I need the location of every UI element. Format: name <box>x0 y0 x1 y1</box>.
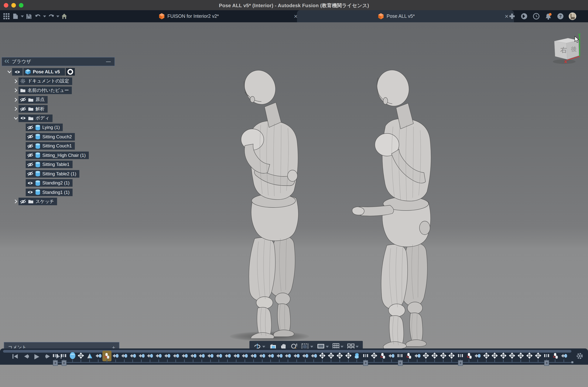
browser-panel-header[interactable]: ブラウザ — <box>1 57 115 66</box>
timeline-feature-presspull[interactable] <box>276 352 283 359</box>
skip-start-icon[interactable] <box>12 354 18 359</box>
timeline-feature-presspull[interactable] <box>147 352 153 359</box>
visibility-off-icon[interactable] <box>27 162 33 167</box>
timeline-feature-move[interactable] <box>431 352 438 359</box>
chevron-down-icon[interactable] <box>7 70 12 73</box>
tab-pose-all-v5[interactable]: Pose ALL v5* ✕ <box>297 10 514 22</box>
browser-item-row[interactable]: Sitting_High Chair (1) <box>26 151 115 159</box>
item-label[interactable]: Sitting Couch2 <box>26 133 75 140</box>
item-label[interactable]: Lying (1) <box>26 124 63 131</box>
step-forward-icon[interactable] <box>45 354 51 359</box>
item-label[interactable]: Standing2 (1) <box>26 179 73 187</box>
timeline-feature-presspull[interactable] <box>241 352 248 359</box>
timeline-feature-group[interactable] <box>397 352 403 359</box>
timeline-feature-presspull[interactable] <box>250 352 257 359</box>
visibility-off-icon[interactable] <box>20 199 26 204</box>
visibility-off-icon[interactable] <box>27 153 33 158</box>
item-label[interactable]: ドキュメントの設定 <box>19 77 72 85</box>
expand-group-button[interactable]: + <box>363 360 368 366</box>
browser-root-row[interactable]: Pose ALL v5 <box>7 68 115 76</box>
item-label[interactable]: 解析 <box>19 105 48 113</box>
timeline-feature-group[interactable] <box>362 352 369 359</box>
timeline-feature-move[interactable] <box>526 352 533 359</box>
visibility-on-icon[interactable] <box>27 190 33 194</box>
timeline-feature-move[interactable] <box>535 352 541 359</box>
timeline-feature-move[interactable] <box>422 352 429 359</box>
visibility-on-icon[interactable] <box>20 116 26 120</box>
chevron-down-icon[interactable] <box>340 346 343 347</box>
timeline-feature-move[interactable] <box>500 352 507 359</box>
chevron-down-icon[interactable] <box>262 346 265 347</box>
timeline-feature-presspull[interactable] <box>190 352 196 359</box>
step-back-icon[interactable] <box>23 354 29 359</box>
redo-icon[interactable] <box>47 12 55 21</box>
visibility-off-icon[interactable] <box>20 97 26 102</box>
browser-item-row[interactable]: Sitting Table2 (1) <box>26 170 115 177</box>
visibility-off-icon[interactable] <box>20 106 26 111</box>
timeline-feature-presspull[interactable] <box>129 352 136 359</box>
timeline-feature-move[interactable] <box>517 352 524 359</box>
timeline-feature-move[interactable] <box>328 352 335 359</box>
timeline-feature-move[interactable] <box>371 352 378 359</box>
timeline-feature-move[interactable] <box>509 352 515 359</box>
timeline-feature-presspull[interactable] <box>285 352 291 359</box>
browser-item-row[interactable]: Standing2 (1) <box>26 179 115 187</box>
item-label[interactable]: 原点 <box>19 96 48 103</box>
browser-item-row[interactable]: スケッチ <box>13 198 115 205</box>
chevron-right-icon[interactable] <box>13 97 19 102</box>
chevron-right-icon[interactable] <box>13 107 19 111</box>
play-icon[interactable] <box>34 354 40 360</box>
chevron-right-icon[interactable] <box>13 88 19 93</box>
timeline-feature-move[interactable] <box>440 352 446 359</box>
timeline-feature-presspull[interactable] <box>138 352 145 359</box>
item-label[interactable]: スケッチ <box>19 198 57 205</box>
file-new-icon[interactable] <box>11 12 20 21</box>
browser-item-row[interactable]: 名前の付いたビュー <box>13 86 115 94</box>
collapse-panel-icon[interactable] <box>2 59 12 64</box>
recent-clock-icon[interactable] <box>531 12 542 21</box>
chevron-right-icon[interactable] <box>13 79 19 83</box>
item-label[interactable]: Sitting Couch1 <box>26 142 75 150</box>
item-label[interactable]: Standing1 (1) <box>26 188 73 196</box>
chevron-down-icon[interactable] <box>43 15 46 17</box>
chevron-right-icon[interactable] <box>13 199 19 204</box>
visibility-on-icon[interactable] <box>27 181 33 185</box>
visibility-off-icon[interactable] <box>27 134 33 139</box>
timeline-feature-presspull[interactable] <box>474 352 481 359</box>
expand-group-button[interactable]: + <box>398 360 403 366</box>
minimize-panel-icon[interactable]: — <box>106 59 111 64</box>
chevron-down-icon[interactable] <box>326 346 329 347</box>
timeline-feature-move[interactable] <box>319 352 326 359</box>
timeline-feature-presspull[interactable] <box>198 352 205 359</box>
browser-item-row[interactable]: Sitting Couch2 <box>26 133 115 140</box>
new-tab-plus-icon[interactable] <box>506 12 518 21</box>
visibility-toggle[interactable] <box>12 68 23 76</box>
expand-group-button[interactable]: + <box>458 360 463 366</box>
timeline-feature-presspull[interactable] <box>112 352 119 359</box>
item-label[interactable]: Sitting Table1 <box>26 161 73 168</box>
browser-item-row[interactable]: 原点 <box>13 96 115 103</box>
chevron-down-icon[interactable] <box>310 346 313 347</box>
timeline-feature-group[interactable] <box>52 352 59 359</box>
timeline-feature-move[interactable] <box>483 352 490 359</box>
activate-component-radio[interactable] <box>66 68 75 76</box>
timeline-feature-presspull[interactable] <box>181 352 188 359</box>
chevron-down-icon[interactable] <box>13 117 19 120</box>
chevron-down-icon[interactable] <box>21 15 24 17</box>
user-avatar[interactable] <box>567 12 578 21</box>
timeline-feature-presspull[interactable] <box>155 352 162 359</box>
browser-item-row[interactable]: Standing1 (1) <box>26 188 115 196</box>
timeline-feature-presspull[interactable] <box>207 352 214 359</box>
timeline-feature-presspull[interactable] <box>121 352 127 359</box>
timeline-feature-presspull[interactable] <box>388 352 395 359</box>
tab-fuison-for-interior2[interactable]: FUISON for Interior2 v2* ✕ <box>154 10 302 22</box>
timeline-feature-material[interactable] <box>552 352 559 359</box>
timeline-feature-presspull[interactable] <box>560 352 567 359</box>
browser-item-row[interactable]: ドキュメントの設定 <box>13 77 115 85</box>
visibility-off-icon[interactable] <box>27 143 33 148</box>
home-icon[interactable] <box>60 12 68 21</box>
browser-item-row[interactable]: Lying (1) <box>26 124 115 131</box>
browser-item-row[interactable]: 解析 <box>13 105 115 113</box>
visibility-off-icon[interactable] <box>27 125 33 130</box>
timeline-feature-presspull[interactable] <box>233 352 240 359</box>
